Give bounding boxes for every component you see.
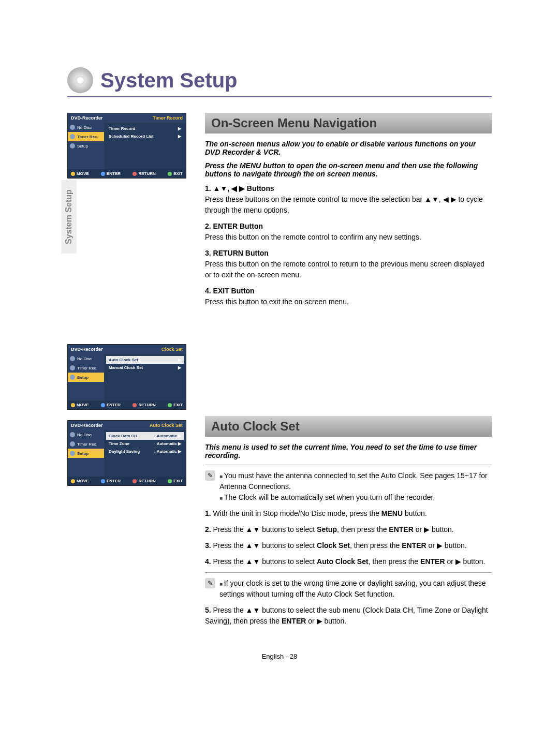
osd-timer: Timer Rec. (77, 442, 97, 447)
timer-icon (70, 365, 75, 370)
osd-clock-set: DVD-RecorderClock Set No Disc Timer Rec.… (67, 344, 186, 410)
note-block: ✎ If your clock is set to the wrong time… (205, 572, 492, 600)
setup-icon (70, 451, 75, 456)
step-bold: Setup (317, 525, 337, 533)
osd-title: DVD-Recorder (71, 115, 103, 121)
step-bold: MENU (381, 509, 403, 517)
osd-setup: Setup (77, 375, 89, 380)
ftr-exit: EXIT (173, 171, 183, 176)
step-text: , then press the (350, 541, 402, 550)
osd-subtitle: Clock Set (161, 347, 183, 352)
step-text: or ▶ button. (445, 557, 486, 566)
nav-intro2: Press the MENU button to open the on-scr… (205, 161, 492, 178)
step-text: Press the ▲▼ buttons to select (213, 557, 317, 566)
ftr-exit: EXIT (173, 403, 183, 407)
osd-subtitle: Auto Clock Set (150, 423, 183, 428)
osd-item: Daylight Saving (109, 449, 140, 454)
step-body: Press this button to exit the on-screen … (205, 298, 349, 306)
step-text: Press the ▲▼ buttons to select (213, 541, 317, 550)
step-num: 2. (205, 525, 213, 533)
enter-icon (101, 479, 105, 483)
osd-timer-record: DVD-RecorderTimer Record No Disc Timer R… (67, 113, 186, 179)
step-num: 1. (205, 509, 213, 517)
step-num: 4. (205, 557, 213, 566)
chevron-right-icon: ▶ (178, 434, 181, 438)
osd-nodisc: No Disc (77, 125, 92, 130)
section-heading-nav: On-Screen Menu Navigation (205, 113, 492, 134)
nodisc-icon (70, 356, 75, 361)
clk-steps: 1. With the unit in Stop mode/No Disc mo… (205, 508, 492, 567)
step-bold: Auto Clock Set (317, 557, 369, 566)
note-block: ✎ You must have the antenna connected to… (205, 465, 492, 503)
osd-item: Auto Clock Set (109, 358, 138, 362)
return-icon (133, 403, 137, 407)
chevron-right-icon: ▶ (178, 126, 181, 131)
return-icon (133, 172, 137, 176)
step-text: , then press the (337, 525, 389, 533)
osd-title: DVD-Recorder (71, 423, 103, 428)
nav-intro1: The on-screen menus allow you to enable … (205, 140, 492, 156)
exit-icon (168, 479, 172, 483)
step-body: Press this button on the remote control … (205, 260, 484, 279)
page-footer: English - 28 (67, 653, 492, 660)
ftr-move: MOVE (77, 403, 89, 407)
step-text: button. (403, 509, 427, 517)
step-label: 2. ENTER Button (205, 222, 263, 230)
chevron-right-icon: ▶ (178, 441, 181, 446)
nav-heading: On-Screen Menu Navigation (211, 116, 377, 130)
step-bold: ENTER (402, 541, 426, 550)
ftr-enter: ENTER (107, 479, 121, 483)
step-body: Press this button on the remote control … (205, 233, 421, 241)
ftr-return: RETURN (138, 171, 155, 176)
clk-intro: This menu is used to set the current tim… (205, 443, 492, 459)
nav-steps: 1. ▲▼, ◀ ▶ ButtonsPress these buttons on… (205, 183, 492, 307)
step-bold: Clock Set (317, 541, 350, 550)
ftr-exit: EXIT (173, 479, 183, 483)
disc-icon (67, 67, 93, 93)
note-icon: ✎ (205, 578, 215, 588)
osd-item: Scheduled Record List (109, 134, 154, 139)
ftr-move: MOVE (77, 479, 89, 483)
step-label: 4. EXIT Button (205, 287, 255, 295)
step-num: 5. (205, 606, 213, 614)
note-item: You must have the antenna connected to s… (219, 470, 492, 492)
osd-setup: Setup (77, 451, 89, 456)
step-bold: ENTER (389, 525, 413, 533)
clk-heading: Auto Clock Set (211, 419, 300, 433)
osd-title: DVD-Recorder (71, 347, 103, 352)
osd-val: : Automatic (154, 441, 177, 446)
step-num: 3. (205, 541, 213, 550)
step-body: Press these buttons on the remote contro… (205, 195, 483, 214)
osd-item: Timer Record (109, 126, 135, 131)
move-icon (71, 172, 75, 176)
osd-timer: Timer Rec. (77, 135, 98, 139)
exit-icon (168, 172, 172, 176)
side-tab: System Setup (61, 180, 77, 254)
ftr-enter: ENTER (107, 403, 121, 407)
osd-timer: Timer Rec. (77, 366, 97, 370)
step-text: , then press the (369, 557, 420, 566)
ftr-enter: ENTER (107, 171, 121, 176)
ftr-move: MOVE (77, 171, 89, 176)
step-label: 1. ▲▼, ◀ ▶ Buttons (205, 184, 274, 192)
step-bold: ENTER (282, 617, 306, 625)
timer-icon (70, 134, 75, 139)
page-title: System Setup (100, 69, 238, 92)
setup-icon (70, 375, 75, 380)
osd-subtitle: Timer Record (153, 115, 183, 121)
exit-icon (168, 403, 172, 407)
chevron-right-icon: ▶ (178, 358, 181, 362)
chevron-right-icon: ▶ (178, 449, 181, 454)
osd-item: Time Zone (109, 441, 129, 446)
timer-icon (70, 441, 75, 447)
page-title-row: System Setup (67, 67, 492, 97)
right-column: On-Screen Menu Navigation The on-screen … (205, 113, 492, 632)
setup-icon (70, 143, 75, 149)
enter-icon (101, 172, 105, 176)
chevron-right-icon: ▶ (178, 365, 181, 370)
enter-icon (101, 403, 105, 407)
note-item: If your clock is set to the wrong time z… (219, 578, 492, 600)
move-icon (71, 403, 75, 407)
step-text: or ▶ button. (414, 525, 454, 533)
step-bold: ENTER (420, 557, 445, 566)
